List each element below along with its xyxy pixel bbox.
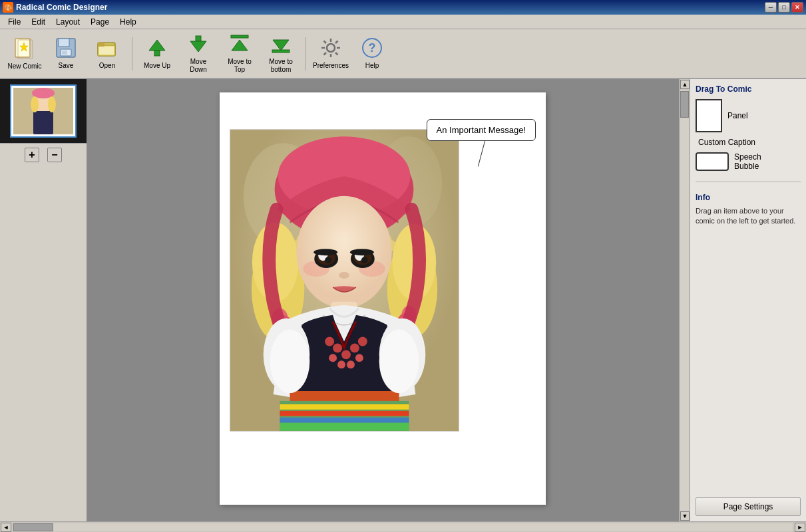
add-page-button[interactable]: + xyxy=(25,148,39,162)
info-section: Info Drag an item above to your comic on… xyxy=(696,193,801,227)
custom-caption-drag-label: Custom Caption xyxy=(698,138,755,147)
new-comic-button[interactable]: New Comic xyxy=(5,32,44,75)
svg-line-28 xyxy=(324,53,327,55)
canvas-area[interactable]: An Important Message! xyxy=(87,79,679,521)
title-bar-controls: ─ □ ✕ xyxy=(765,2,803,13)
svg-point-84 xyxy=(270,330,310,393)
open-button[interactable]: Open xyxy=(88,32,126,75)
save-icon xyxy=(55,37,77,61)
save-button[interactable]: Save xyxy=(47,32,85,75)
divider xyxy=(696,182,801,182)
new-comic-icon xyxy=(13,37,37,61)
speech-bubble-drag-label: SpeechBubble xyxy=(734,152,761,171)
svg-rect-7 xyxy=(62,51,67,55)
svg-point-73 xyxy=(329,354,337,362)
preferences-button[interactable]: Preferences xyxy=(311,32,350,75)
help-button[interactable]: ? Help xyxy=(353,32,391,75)
drag-items: Panel Custom Caption SpeechBubble xyxy=(696,99,801,171)
page-thumbnail-1[interactable] xyxy=(10,84,77,138)
menu-help[interactable]: Help xyxy=(114,16,142,28)
menu-layout[interactable]: Layout xyxy=(51,16,85,28)
app-icon: 🎨 xyxy=(3,2,13,13)
main-layout: + − An Important Message! xyxy=(0,79,806,521)
svg-point-35 xyxy=(31,96,39,112)
preferences-icon xyxy=(320,37,341,61)
svg-point-76 xyxy=(355,354,363,362)
horizontal-scroll-thumb[interactable] xyxy=(13,523,53,531)
move-to-top-label: Move to Top xyxy=(222,58,257,74)
svg-marker-15 xyxy=(190,41,206,52)
toolbar-separator-2 xyxy=(305,37,306,70)
menu-edit[interactable]: Edit xyxy=(26,16,51,28)
panel-drag-icon xyxy=(696,99,722,132)
menu-page[interactable]: Page xyxy=(85,16,114,28)
page-settings-button[interactable]: Page Settings xyxy=(696,497,801,516)
info-text: Drag an item above to your comic on the … xyxy=(696,206,801,227)
svg-rect-10 xyxy=(98,43,104,47)
svg-marker-12 xyxy=(149,40,165,51)
svg-rect-16 xyxy=(231,35,248,38)
left-panel xyxy=(0,79,87,143)
move-to-bottom-label: Move to bottom xyxy=(264,58,298,74)
new-comic-label: New Comic xyxy=(7,63,41,70)
drag-panel-item[interactable]: Panel xyxy=(696,99,801,132)
maximize-button[interactable]: □ xyxy=(778,2,790,13)
minimize-button[interactable]: ─ xyxy=(765,2,777,13)
svg-rect-13 xyxy=(154,51,160,56)
horizontal-scroll-track xyxy=(13,523,793,531)
speech-bubble[interactable]: An Important Message! xyxy=(427,119,536,141)
menu-file[interactable]: File xyxy=(3,16,26,28)
bottom-scrollbar[interactable]: ◄ ► xyxy=(0,521,806,532)
bubble-drag-icon xyxy=(696,152,729,171)
svg-rect-79 xyxy=(280,404,409,410)
svg-point-68 xyxy=(325,337,334,346)
vertical-scrollbar[interactable]: ▲ ▼ xyxy=(679,79,690,521)
svg-line-27 xyxy=(335,41,338,44)
move-up-label: Move Up xyxy=(144,62,170,70)
move-up-button[interactable]: Move Up xyxy=(138,32,176,75)
svg-point-75 xyxy=(347,360,355,368)
remove-page-button[interactable]: − xyxy=(47,148,62,162)
spacer xyxy=(696,227,801,497)
open-label: Open xyxy=(99,62,115,70)
move-up-icon xyxy=(146,37,168,61)
illustration xyxy=(230,130,459,431)
svg-rect-81 xyxy=(280,418,409,423)
svg-point-71 xyxy=(350,343,359,352)
svg-rect-11 xyxy=(99,47,114,55)
drag-to-comic-title: Drag To Comic xyxy=(696,84,801,94)
scroll-thumb[interactable] xyxy=(680,91,689,118)
close-button[interactable]: ✕ xyxy=(791,2,803,13)
move-to-top-button[interactable]: Move to Top xyxy=(220,32,259,75)
move-down-label: Move Down xyxy=(181,58,216,74)
svg-point-72 xyxy=(358,337,367,346)
scroll-right-button[interactable]: ► xyxy=(795,523,805,532)
toolbar: New Comic Save Open xyxy=(0,29,806,79)
scroll-left-button[interactable]: ◄ xyxy=(1,523,11,532)
open-icon xyxy=(97,37,118,61)
svg-rect-5 xyxy=(59,39,69,47)
drag-speech-bubble-item[interactable]: SpeechBubble xyxy=(696,152,801,171)
svg-point-66 xyxy=(339,272,349,279)
drag-caption-item[interactable]: Custom Caption xyxy=(698,138,801,147)
svg-rect-34 xyxy=(33,111,53,134)
svg-marker-17 xyxy=(232,40,248,51)
move-to-bottom-button[interactable]: Move to bottom xyxy=(262,32,300,75)
svg-line-25 xyxy=(324,41,327,44)
move-to-top-icon xyxy=(229,33,250,57)
svg-rect-82 xyxy=(280,423,409,431)
svg-rect-14 xyxy=(196,36,201,41)
thumbnail-content xyxy=(13,88,73,134)
move-to-bottom-icon xyxy=(270,33,292,57)
svg-point-64 xyxy=(361,257,368,263)
scroll-down-button[interactable]: ▼ xyxy=(680,511,690,521)
title-bar-left: 🎨 Radical Comic Designer xyxy=(3,2,107,13)
comic-panel[interactable] xyxy=(230,129,459,432)
help-label: Help xyxy=(365,62,379,70)
svg-text:?: ? xyxy=(369,41,376,55)
svg-point-65 xyxy=(350,249,374,255)
preferences-label: Preferences xyxy=(313,62,349,70)
help-icon: ? xyxy=(361,37,383,61)
move-down-button[interactable]: Move Down xyxy=(179,32,218,75)
scroll-up-button[interactable]: ▲ xyxy=(680,80,690,89)
